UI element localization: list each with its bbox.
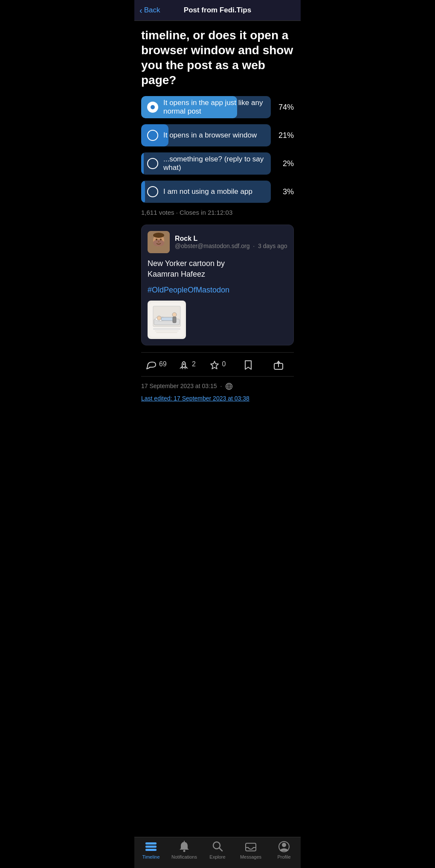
reply-handle: @obster@mastodon.sdf.org · 3 days ago [175, 243, 287, 249]
star-icon [209, 359, 220, 370]
radio-1 [147, 102, 158, 113]
radio-2 [147, 130, 158, 141]
poll-meta: 1,611 votes · Closes in 21:12:03 [141, 209, 294, 216]
tab-messages-label: Messages [240, 854, 261, 859]
svg-point-2 [153, 240, 164, 246]
header: ‹ Back Post from Fedi.Tips [134, 0, 301, 21]
avatar [148, 231, 170, 253]
radio-4 [147, 186, 158, 197]
separator-dot: · [220, 383, 222, 389]
tab-timeline-label: Timeline [142, 854, 160, 859]
svg-rect-14 [173, 317, 176, 323]
reply-time: 3 days ago [258, 243, 287, 249]
svg-rect-27 [145, 842, 157, 845]
radio-3 [147, 158, 158, 169]
svg-point-3 [156, 239, 157, 240]
svg-rect-12 [161, 317, 174, 321]
share-icon [273, 359, 284, 370]
poll-option-4[interactable]: I am not using a mobile app 3% [141, 181, 294, 203]
timeline-icon [145, 841, 157, 853]
poll-container: It opens in the app just like any normal… [141, 96, 294, 203]
tab-explore-label: Explore [209, 854, 225, 859]
poll-bar-2[interactable]: It opens in a browser window [141, 124, 271, 146]
messages-icon [245, 841, 257, 853]
svg-point-13 [172, 313, 177, 317]
reply-image-thumb[interactable] [148, 301, 186, 339]
poll-option-3[interactable]: ...something else? (reply to say what) 2… [141, 152, 294, 175]
back-label: Back [144, 6, 160, 15]
poll-percent-2: 21% [275, 131, 294, 140]
profile-icon [278, 841, 290, 853]
svg-point-19 [183, 363, 185, 365]
boost-action[interactable]: 2 [172, 359, 203, 370]
back-chevron-icon: ‹ [139, 6, 142, 15]
main-content: timeline, or does it open a browser wind… [134, 21, 301, 402]
svg-rect-16 [155, 330, 179, 331]
post-date-text: 17 September 2023 at 03:15 [141, 383, 217, 389]
reply-card[interactable]: Rock L @obster@mastodon.sdf.org · 3 days… [141, 225, 294, 345]
reply-count: 69 [159, 360, 167, 368]
back-button[interactable]: ‹ Back [139, 6, 160, 15]
tab-bar: Timeline Notifications Explore [134, 837, 301, 868]
post-date: 17 September 2023 at 03:15 · [141, 382, 294, 391]
boost-count: 2 [192, 360, 196, 368]
poll-bar-3[interactable]: ...something else? (reply to say what) [141, 152, 271, 175]
svg-rect-17 [156, 332, 177, 333]
bell-icon [179, 841, 190, 853]
tab-timeline[interactable]: Timeline [134, 841, 168, 859]
bookmark-icon [244, 359, 253, 370]
svg-rect-28 [145, 846, 157, 848]
poll-bar-4[interactable]: I am not using a mobile app [141, 181, 271, 203]
poll-option-inner-4: I am not using a mobile app [141, 181, 271, 203]
svg-point-4 [160, 239, 162, 240]
star-count: 0 [222, 360, 226, 368]
reply-icon [146, 359, 157, 370]
poll-option-inner-2: It opens in a browser window [141, 124, 271, 146]
poll-option-inner-1: It opens in the app just like any normal… [141, 96, 271, 118]
reply-hashtag[interactable]: #OldPeopleOfMastodon [148, 286, 287, 295]
poll-option-inner-3: ...something else? (reply to say what) [141, 152, 271, 175]
svg-point-36 [282, 843, 286, 847]
share-action[interactable] [263, 359, 294, 370]
globe-icon [225, 382, 233, 391]
svg-point-30 [183, 850, 186, 852]
poll-percent-4: 3% [275, 187, 294, 196]
reply-user-info: Rock L @obster@mastodon.sdf.org · 3 days… [175, 235, 287, 249]
reply-action[interactable]: 69 [141, 359, 172, 370]
bookmark-action[interactable] [233, 359, 264, 370]
poll-percent-1: 74% [275, 103, 294, 112]
star-action[interactable]: 0 [202, 359, 233, 370]
poll-bar-1[interactable]: It opens in the app just like any normal… [141, 96, 271, 118]
poll-text-4: I am not using a mobile app [163, 187, 252, 196]
svg-line-33 [219, 848, 222, 851]
reply-handle-text: @obster@mastodon.sdf.org [175, 243, 250, 249]
svg-rect-15 [153, 328, 180, 330]
tab-profile-label: Profile [277, 854, 290, 859]
poll-text-1: It opens in the app just like any normal… [163, 99, 265, 116]
last-edited[interactable]: Last edited: 17 September 2023 at 03:38 [141, 395, 294, 402]
reply-header: Rock L @obster@mastodon.sdf.org · 3 days… [148, 231, 287, 253]
svg-point-11 [157, 316, 161, 320]
question-text: timeline, or does it open a browser wind… [141, 28, 294, 88]
reply-body-line1: New Yorker cartoon by [148, 259, 225, 268]
tab-notifications-label: Notifications [171, 854, 197, 859]
poll-option-1[interactable]: It opens in the app just like any normal… [141, 96, 294, 118]
reply-body: New Yorker cartoon by Kaamran Hafeez [148, 258, 287, 280]
svg-point-6 [153, 233, 164, 238]
svg-point-5 [158, 241, 160, 243]
reply-body-line2: Kaamran Hafeez [148, 270, 205, 278]
poll-text-3: ...something else? (reply to say what) [163, 155, 265, 172]
reply-username: Rock L [175, 235, 287, 243]
tab-profile[interactable]: Profile [267, 841, 301, 859]
poll-percent-3: 2% [275, 159, 294, 168]
tab-notifications[interactable]: Notifications [168, 841, 201, 859]
page-title: Post from Fedi.Tips [184, 6, 251, 15]
boost-icon [178, 359, 189, 370]
search-icon [212, 841, 223, 853]
tab-messages[interactable]: Messages [234, 841, 267, 859]
poll-text-2: It opens in a browser window [163, 131, 257, 140]
svg-rect-29 [145, 849, 157, 851]
tab-explore[interactable]: Explore [201, 841, 234, 859]
action-bar: 69 2 0 [141, 352, 294, 376]
poll-option-2[interactable]: It opens in a browser window 21% [141, 124, 294, 146]
